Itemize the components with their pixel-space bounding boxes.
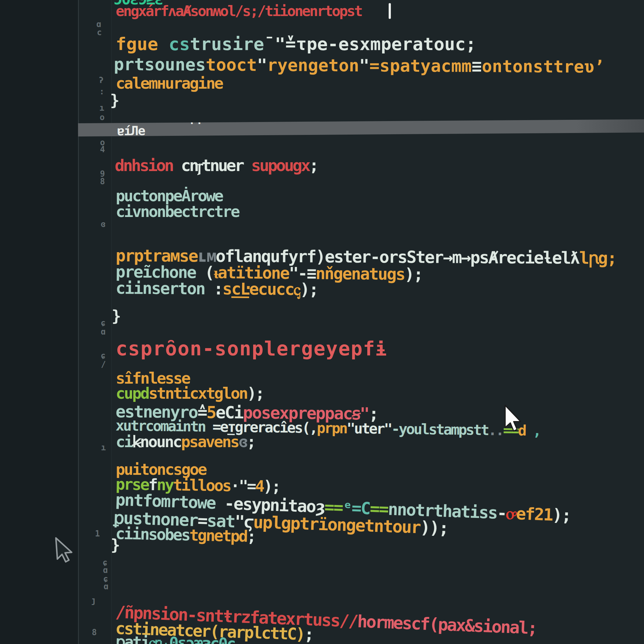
gutter-divider bbox=[78, 0, 79, 644]
code-line[interactable]: cupdstnticxtglon); bbox=[116, 386, 264, 401]
line-number-gutter bbox=[79, 0, 111, 644]
code-token: stnticxtglon bbox=[148, 384, 247, 403]
code-token: ciinserton bbox=[116, 279, 214, 298]
code-token: ꝑati bbox=[115, 633, 149, 644]
code-token: ef21 bbox=[516, 504, 553, 524]
code-token: cs bbox=[169, 34, 190, 54]
code-token: ·" bbox=[230, 477, 247, 495]
gutter-glyph: 8 bbox=[92, 628, 97, 636]
code-token: dnhsion bbox=[115, 156, 181, 175]
code-token: ); bbox=[300, 280, 318, 299]
gutter-glyph: ı bbox=[101, 443, 106, 452]
code-line[interactable]: ciinsobestgnetpd; bbox=[115, 526, 255, 544]
mouse-cursor-icon bbox=[503, 404, 523, 433]
gutter-glyph: ɑ bbox=[96, 20, 101, 28]
code-token: tgnetpd bbox=[189, 526, 247, 546]
code-token: ; bbox=[309, 156, 317, 175]
gutter-glyph: / bbox=[101, 360, 106, 369]
code-token: ≡ bbox=[472, 56, 482, 76]
code-token: prpn bbox=[317, 419, 347, 437]
code-token: ); bbox=[404, 265, 422, 284]
code-token: cnꞅtnuer bbox=[181, 156, 251, 175]
code-token: ᵉ= bbox=[342, 498, 361, 518]
code-line[interactable]: csprȏon-sonplergeyepfɨ bbox=[116, 339, 388, 358]
code-token: ontonsttreʋ’ bbox=[482, 56, 604, 77]
code-token: .. bbox=[488, 421, 503, 439]
code-token: nňgenatugs bbox=[315, 264, 405, 284]
code-token: csprȏon-sonplergeyepfɨ bbox=[116, 337, 388, 360]
code-token: } bbox=[112, 307, 120, 325]
gutter-glyph: 4 bbox=[100, 145, 105, 153]
code-line[interactable]: } bbox=[112, 308, 120, 324]
code-line[interactable]: calemнuragine bbox=[116, 75, 222, 91]
gutter-glyph: ȷ bbox=[91, 596, 96, 604]
gutter-glyph: ɕ bbox=[101, 319, 106, 327]
gutter-glyph: ɞ bbox=[101, 220, 106, 228]
code-line[interactable]: ꝑatiꞔꝴ0ɛɔæɜɕ0ɕ bbox=[115, 634, 235, 644]
code-token: fgue bbox=[116, 34, 169, 54]
text-caret bbox=[389, 3, 391, 19]
code-token: ꞔꝴ0ɛɔæɜɕ0ɕ bbox=[149, 633, 235, 644]
code-line[interactable]: civnonbectrctre bbox=[116, 204, 239, 219]
gutter-glyph: : bbox=[99, 87, 104, 96]
code-line[interactable]: engxárfʌaȺsonʍol/s;/tiionenrtopst bbox=[116, 4, 362, 18]
gutter-glyph: c bbox=[97, 28, 102, 36]
code-token: ɞ bbox=[238, 433, 247, 451]
gutter-glyph: ʔ bbox=[99, 76, 104, 84]
gutter-glyph: ı bbox=[99, 104, 104, 112]
code-token: cupd bbox=[116, 384, 148, 403]
code-token: 4 bbox=[255, 477, 264, 495]
code-token: ; bbox=[247, 527, 255, 546]
code-token: ); bbox=[247, 384, 264, 403]
code-token: prtsounes bbox=[114, 54, 206, 75]
code-token: cĿ bbox=[231, 280, 249, 298]
code-token: = bbox=[247, 477, 255, 495]
code-token: } bbox=[111, 536, 119, 554]
code-token: ryengeton bbox=[267, 55, 359, 76]
gutter-glyph: 1 bbox=[95, 530, 100, 538]
gutter-glyph: ɑ bbox=[101, 328, 106, 336]
code-line[interactable]: ciꞣnouncpsavensɞ; bbox=[116, 434, 255, 450]
gutter-glyph: ɕ bbox=[101, 352, 106, 360]
code-token: ꞣnounc bbox=[132, 433, 181, 451]
highlighted-line-bar[interactable]: ɐíЛe ˙˙ bbox=[78, 119, 644, 136]
code-line[interactable]: ciinserton :scĿecuccꞔ); bbox=[116, 280, 318, 297]
code-token: =spatуacmm bbox=[369, 56, 471, 76]
code-token: " bbox=[359, 56, 369, 75]
code-token: ); bbox=[552, 505, 571, 525]
code-token: psavens bbox=[181, 433, 239, 451]
code-line[interactable]: dnhsion cnꞅtnuer supougx; bbox=[115, 157, 317, 174]
code-token: ; bbox=[247, 433, 255, 451]
code-token: , bbox=[525, 422, 541, 439]
highlighted-line-dots: ˙˙ bbox=[188, 120, 203, 135]
code-token: supougx bbox=[251, 156, 309, 175]
code-token: civnonbectrctre bbox=[116, 203, 239, 221]
code-token: } bbox=[110, 91, 118, 109]
code-line[interactable]: } bbox=[110, 92, 118, 108]
gutter-glyph: ɑ bbox=[103, 566, 108, 574]
code-token: " bbox=[257, 55, 267, 75]
code-token: )); bbox=[420, 518, 448, 538]
code-token: engxárfʌaȺsonʍol/s;/tiionenrtopst bbox=[116, 3, 362, 19]
code-line[interactable]: sîfnlesse bbox=[116, 370, 190, 386]
gutter-glyph: 8 bbox=[100, 177, 105, 186]
code-token: tooct bbox=[206, 55, 257, 75]
code-token: s bbox=[222, 279, 231, 298]
code-line[interactable]: } bbox=[111, 537, 119, 553]
highlighted-line-text: ɐíЛe bbox=[117, 124, 145, 138]
code-line[interactable]: puctonpeȦrowe bbox=[116, 188, 222, 204]
code-token: lꞃg; bbox=[579, 248, 616, 268]
code-token: ci bbox=[116, 433, 132, 451]
code-token: ecuccꞔ bbox=[249, 280, 300, 299]
code-line[interactable]: prtsounestooct"ryengeton"=spatуacmm≡onto… bbox=[114, 56, 605, 75]
code-token: ciinsobes bbox=[115, 525, 190, 544]
code-token: ¯"≚τpe-esxmperatouc; bbox=[264, 34, 476, 54]
code-line[interactable]: puitoncsgoe bbox=[116, 462, 206, 477]
gutter-glyph: ɑ bbox=[103, 582, 108, 591]
code-token: == bbox=[324, 497, 343, 517]
code-token: : bbox=[214, 279, 223, 298]
code-token: hormescf(pax&sional; bbox=[357, 612, 537, 638]
code-line[interactable]: fgue cstrusire¯"≚τpe-esxmperatouc; bbox=[116, 35, 476, 53]
code-token: calemнuragine bbox=[116, 74, 222, 92]
code-token: ); bbox=[263, 477, 280, 496]
